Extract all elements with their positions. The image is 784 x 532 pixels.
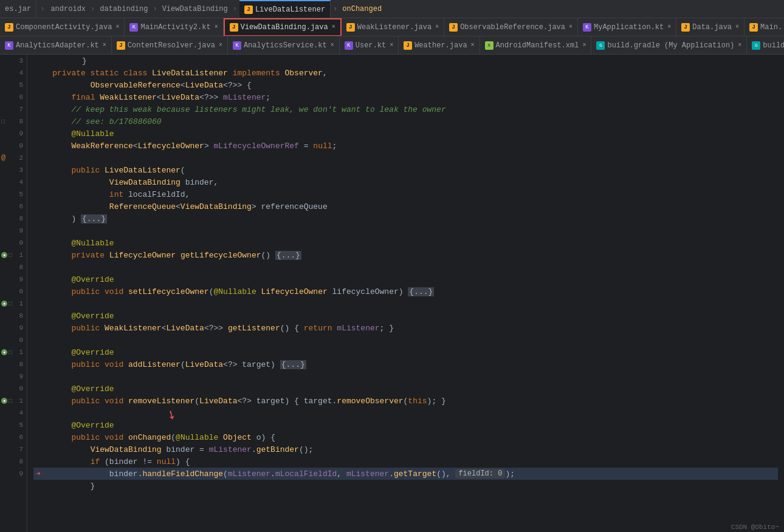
gutter-line: 8: [0, 455, 27, 468]
tab-viewdatabinding[interactable]: J ViewDataBinding.java ×: [224, 18, 342, 36]
tab-user[interactable]: K User.kt ×: [340, 36, 399, 55]
code-line: public void addListener(LiveData<?> targ…: [33, 358, 778, 370]
tab-label: AnalyticsService.kt: [244, 41, 327, 50]
tab-label: build.g...: [763, 41, 784, 50]
code-line: ViewDataBinding binder,: [33, 176, 778, 188]
gutter-line: 1●□: [0, 249, 27, 261]
gutter-line: 6: [0, 200, 27, 213]
fold-marker[interactable]: □: [9, 252, 12, 259]
close-icon[interactable]: ×: [390, 42, 393, 49]
gutter-line: 0: [0, 140, 27, 152]
gutter-line: 2@: [0, 152, 27, 164]
gutter-line: 9: [0, 370, 27, 383]
editor-area: 3 4 5 6 7 8□ 9 0 2@ 3 4 5 6 8 9 0 1●□ 8 …: [0, 55, 784, 532]
gutter-line: 8: [0, 358, 27, 370]
close-icon[interactable]: ×: [582, 42, 586, 49]
sep2: ›: [88, 5, 97, 13]
code-line: @Override: [33, 310, 778, 322]
tab-livedatalistener[interactable]: J LiveDataListener: [239, 0, 331, 18]
close-icon[interactable]: ×: [471, 42, 475, 49]
fold-marker[interactable]: □: [1, 118, 5, 125]
close-icon[interactable]: ×: [331, 42, 334, 49]
tab-componentactivity[interactable]: J ComponentActivity.java ×: [0, 18, 125, 36]
gutter-line: 9: [0, 322, 27, 334]
status-bar: CSDN @Obito~: [726, 522, 784, 532]
databinding-crumb: databinding: [97, 5, 150, 13]
at-marker: @: [1, 154, 5, 162]
tab-bar-files: J ComponentActivity.java × K MainActivit…: [0, 18, 784, 36]
kt-icon: K: [5, 41, 13, 50]
code-line: public WeakListener<LiveData<?>> getList…: [33, 322, 778, 334]
java-icon: J: [449, 23, 458, 32]
close-icon[interactable]: ×: [435, 24, 439, 30]
code-line: // keep this weak because listeners migh…: [33, 103, 778, 115]
tab-mainactivity2[interactable]: K MainActivity2.kt ×: [125, 18, 223, 36]
tab-analyticsservice[interactable]: K AnalyticsService.kt ×: [228, 36, 340, 55]
tab-bar-files2: K AnalyticsAdapter.kt × J ContentResolve…: [0, 36, 784, 55]
tab-contentresolver[interactable]: J ContentResolver.java ×: [112, 36, 228, 55]
code-line: [33, 298, 778, 310]
code-line: [33, 225, 778, 237]
code-editor[interactable]: } private static class LiveDataListener …: [27, 55, 778, 532]
gutter-line: 9: [0, 128, 27, 140]
tab-analyticsadapter[interactable]: K AnalyticsAdapter.kt ×: [0, 36, 112, 55]
gutter-line: 8: [0, 213, 27, 225]
fold-marker[interactable]: □: [9, 349, 12, 356]
tab-label: ObservableReference.java: [460, 23, 565, 32]
tab-label: ViewDataBinding.java: [241, 23, 328, 32]
code-line: @Override: [33, 419, 778, 431]
close-icon[interactable]: ×: [738, 42, 741, 49]
code-line: public LiveDataListener(: [33, 164, 778, 176]
tab-label: WeakListener.java: [357, 23, 432, 32]
tab-main-ellipsis[interactable]: J Main...: [744, 18, 784, 36]
gutter-line: 7: [0, 103, 27, 115]
livedatalistener-label: LiveDataListener: [255, 5, 325, 14]
gutter-line: 4: [0, 67, 27, 79]
tab-label: MyApplication.kt: [594, 23, 664, 32]
viewdatabinding-crumb: ViewDataBinding: [160, 5, 230, 13]
gutter-line: 6: [0, 431, 27, 443]
gutter-line: 5: [0, 419, 27, 431]
close-icon[interactable]: ×: [103, 42, 106, 49]
tab-weaklistener[interactable]: J WeakListener.java ×: [342, 18, 444, 36]
gutter-line: 9: [0, 468, 27, 480]
code-line: @Override: [33, 346, 778, 358]
tab-label: Weather.java: [414, 41, 467, 50]
kt-icon: K: [345, 41, 353, 50]
close-icon[interactable]: ×: [115, 24, 119, 30]
tab-weather[interactable]: J Weather.java ×: [399, 36, 480, 55]
gutter-line: 1●□: [0, 346, 27, 358]
sep5: ›: [331, 5, 340, 13]
kt-icon: K: [583, 23, 591, 32]
androidx-crumb: androidx: [48, 5, 88, 13]
code-line: }: [33, 480, 778, 492]
sep4: ›: [230, 5, 239, 13]
tab-observablereference[interactable]: J ObservableReference.java ×: [444, 18, 578, 36]
tab-androidmanifest[interactable]: X AndroidManifest.xml ×: [480, 36, 592, 55]
code-line: @Override: [33, 383, 778, 395]
red-arrow-right-icon: ➜: [36, 469, 41, 479]
gutter-line: 8: [0, 310, 27, 322]
close-icon[interactable]: ×: [569, 24, 573, 30]
tab-myapplication[interactable]: K MyApplication.kt ×: [578, 18, 676, 36]
kt-icon: K: [233, 41, 241, 50]
tab-jar[interactable]: es.jar: [0, 0, 36, 18]
java-icon: J: [230, 23, 238, 32]
code-line: final WeakListener<LiveData<?>> mListene…: [33, 91, 778, 103]
tab-label: ComponentActivity.java: [16, 23, 112, 32]
gutter-line: 1●□: [0, 298, 27, 310]
tab-data[interactable]: J Data.java ×: [676, 18, 744, 36]
gutter-line: 4: [0, 407, 27, 419]
fold-marker[interactable]: □: [9, 301, 12, 307]
tab-build-ellipsis[interactable]: G build.g...: [747, 36, 784, 55]
close-icon[interactable]: ×: [667, 24, 671, 30]
code-line: private LifecycleOwner getLifecycleOwner…: [33, 249, 778, 261]
gutter-line: 0: [0, 334, 27, 346]
fold-marker[interactable]: □: [9, 398, 12, 404]
close-icon[interactable]: ×: [215, 24, 218, 30]
vertical-scrollbar[interactable]: [778, 55, 784, 532]
tab-buildgradle[interactable]: G build.gradle (My Application) ×: [591, 36, 747, 55]
close-icon[interactable]: ×: [332, 24, 335, 30]
close-icon[interactable]: ×: [735, 24, 739, 30]
close-icon[interactable]: ×: [219, 42, 222, 49]
